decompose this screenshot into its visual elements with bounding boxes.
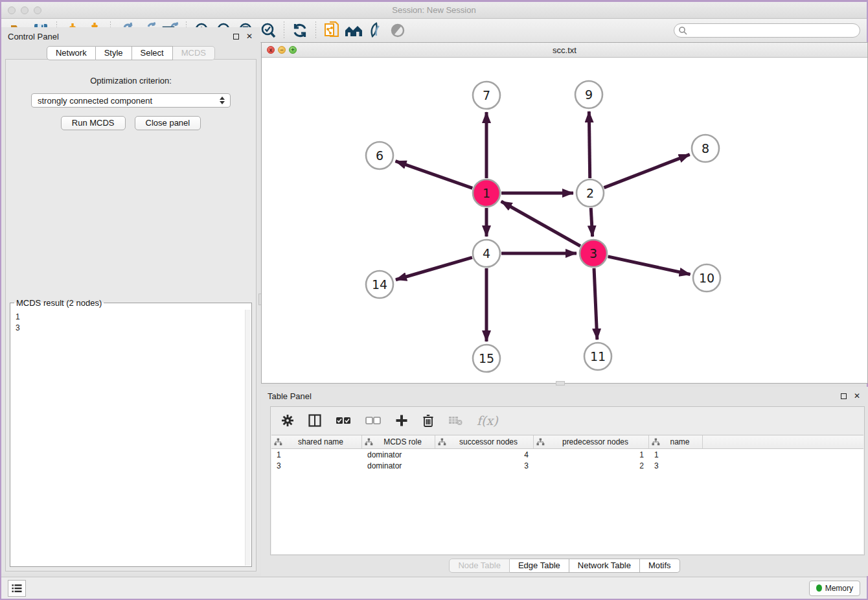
- selected-option: strongly connected component: [38, 96, 217, 106]
- graph-node-9[interactable]: 9: [575, 81, 602, 108]
- search-field[interactable]: [674, 23, 860, 38]
- graph-edge-3-11[interactable]: [594, 268, 597, 340]
- optimization-criterion-label: Optimization criterion:: [6, 76, 256, 86]
- task-list-icon: [12, 584, 22, 593]
- refresh-icon: [292, 23, 308, 38]
- graph-node-1[interactable]: 1: [473, 179, 500, 207]
- graph-edge-2-9[interactable]: [589, 111, 589, 178]
- network-window-titlebar: x − + scc.txt: [262, 43, 867, 58]
- window-titlebar: Session: New Session: [1, 2, 867, 19]
- result-scrollbar[interactable]: [245, 310, 251, 566]
- table-cell: 4: [435, 450, 534, 459]
- zoom-selected-icon: [260, 22, 277, 39]
- close-mcds-panel-button[interactable]: Close panel: [135, 116, 201, 130]
- tab-mcds[interactable]: MCDS: [173, 46, 215, 60]
- tab-motifs[interactable]: Motifs: [640, 559, 680, 573]
- graph-edge-2-8[interactable]: [604, 154, 689, 187]
- task-history-button[interactable]: [8, 580, 26, 597]
- graph-node-10[interactable]: 10: [693, 264, 720, 292]
- control-panel-title: Control Panel: [8, 32, 227, 41]
- zoom-selected-button[interactable]: [257, 21, 279, 40]
- table-cell: 1: [649, 450, 703, 459]
- tab-edge-table[interactable]: Edge Table: [510, 559, 569, 573]
- graph-edge-3-10[interactable]: [608, 257, 690, 275]
- memory-label: Memory: [825, 584, 853, 593]
- duplicate-network-button[interactable]: [321, 21, 343, 40]
- column-header-predecessor-nodes[interactable]: predecessor nodes: [534, 435, 649, 448]
- run-mcds-button[interactable]: Run MCDS: [61, 116, 126, 130]
- table-cell: 3: [435, 461, 534, 470]
- unchecked-boxes-icon: [365, 416, 381, 425]
- graph-node-15[interactable]: 15: [473, 345, 500, 372]
- gear-icon: [281, 414, 294, 427]
- float-table-panel-button[interactable]: [839, 391, 848, 400]
- graph-node-label: 15: [479, 351, 494, 365]
- column-header-name[interactable]: name: [649, 435, 703, 448]
- deselect-all-button[interactable]: [365, 416, 381, 425]
- control-panel: Control Panel ✕ NetworkStyleSelectMCDS O…: [1, 27, 260, 573]
- tab-network[interactable]: Network: [47, 46, 96, 60]
- toolbar-separator: [315, 21, 316, 40]
- network-canvas[interactable]: 7968124314101511: [262, 58, 867, 383]
- graph-edge-1-6[interactable]: [396, 161, 473, 189]
- graph-node-8[interactable]: 8: [692, 135, 719, 162]
- delete-column-button[interactable]: [422, 414, 434, 428]
- graph-node-2[interactable]: 2: [577, 179, 604, 207]
- column-header-shared-name[interactable]: shared name: [271, 435, 362, 448]
- control-panel-tabs: NetworkStyleSelectMCDS: [1, 46, 260, 60]
- trash-icon: [422, 414, 434, 428]
- annotation-mode-button[interactable]: [365, 21, 387, 40]
- graph-edge-2-3[interactable]: [591, 208, 592, 237]
- close-table-panel-button[interactable]: ✕: [852, 391, 862, 400]
- select-all-button[interactable]: [336, 416, 351, 425]
- graph-node-label: 9: [585, 87, 593, 102]
- show-column-button[interactable]: [308, 414, 321, 427]
- attribute-type-icon: [652, 438, 660, 446]
- node-table-container: f(x) shared nameMCDS rolesuccessor nodes…: [270, 406, 865, 555]
- tab-select[interactable]: Select: [132, 46, 173, 60]
- table-row[interactable]: 3dominator323: [271, 460, 863, 471]
- toolbar-separator: [284, 21, 284, 40]
- graph-node-label: 10: [699, 271, 714, 285]
- optimization-criterion-select[interactable]: strongly connected component: [31, 93, 231, 108]
- delete-table-button: [448, 415, 463, 426]
- mcds-result-title: MCDS result (2 nodes): [14, 298, 104, 308]
- hide-selected-button[interactable]: [387, 21, 409, 40]
- graph-node-4[interactable]: 4: [473, 240, 500, 267]
- graph-node-14[interactable]: 14: [366, 271, 393, 298]
- search-icon: [678, 26, 687, 35]
- column-header-successor-nodes[interactable]: successor nodes: [435, 435, 534, 448]
- graph-node-label: 4: [483, 246, 490, 260]
- delete-table-icon: [448, 415, 463, 426]
- close-icon: ✕: [854, 391, 860, 400]
- table-settings-button[interactable]: [281, 414, 294, 427]
- graph-node-label: 14: [372, 277, 387, 292]
- columns-icon: [308, 414, 321, 427]
- create-column-button[interactable]: [395, 414, 408, 427]
- column-header-MCDS-role[interactable]: MCDS role: [362, 435, 435, 448]
- plus-icon: [395, 414, 408, 427]
- table-header-row: shared nameMCDS rolesuccessor nodesprede…: [271, 435, 863, 449]
- mcds-result-list[interactable]: 1 3: [10, 309, 251, 566]
- graph-edge-3-1[interactable]: [501, 202, 580, 246]
- memory-button[interactable]: Memory: [809, 581, 860, 596]
- table-cell: 1: [534, 450, 649, 459]
- tab-network-table[interactable]: Network Table: [569, 559, 640, 573]
- table-cell: dominator: [362, 461, 435, 470]
- graph-edge-4-14[interactable]: [396, 257, 472, 279]
- tab-node-table[interactable]: Node Table: [449, 559, 510, 573]
- first-neighbors-button[interactable]: [343, 21, 365, 40]
- refresh-layout-button[interactable]: [289, 21, 311, 40]
- float-panel-button[interactable]: [231, 32, 240, 41]
- table-cell: 3: [271, 461, 362, 470]
- table-row[interactable]: 1dominator411: [271, 449, 863, 460]
- graph-node-label: 6: [376, 148, 383, 163]
- tab-style[interactable]: Style: [96, 46, 132, 60]
- split-handle-horizontal[interactable]: [556, 381, 565, 386]
- close-panel-button[interactable]: ✕: [245, 32, 254, 41]
- graph-node-3[interactable]: 3: [580, 240, 607, 267]
- graph-node-6[interactable]: 6: [366, 142, 393, 169]
- graph-node-7[interactable]: 7: [473, 82, 500, 109]
- attribute-type-icon: [536, 438, 545, 446]
- graph-node-11[interactable]: 11: [584, 343, 611, 370]
